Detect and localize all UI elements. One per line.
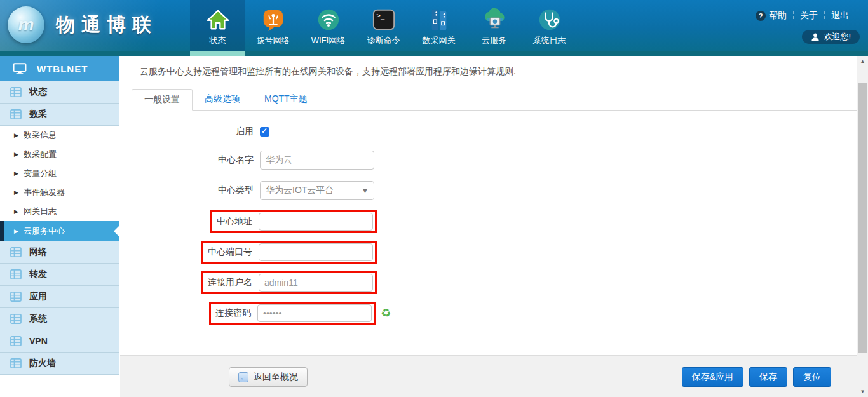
top-links: ?帮助 关于 退出 (749, 10, 855, 22)
sidebar-subitem-variable-group[interactable]: ▶变量分组 (0, 164, 119, 183)
sidebar-subitem-gateway-log[interactable]: ▶网关日志 (0, 202, 119, 221)
vertical-scrollbar[interactable]: ▲ ▼ (857, 56, 868, 397)
sidebar-subitem-label: 数采配置 (24, 149, 57, 160)
caret-right-icon: ▶ (14, 132, 18, 138)
sidebar-subitem-event-trigger[interactable]: ▶事件触发器 (0, 183, 119, 202)
center-type-row: 中心类型 华为云IOT云平台 ▼ (184, 181, 374, 200)
scroll-down-icon[interactable]: ▼ (857, 386, 868, 397)
help-link[interactable]: ?帮助 (749, 10, 793, 22)
enable-label: 启用 (184, 126, 254, 137)
nav-label: WIFI网络 (311, 35, 345, 46)
password-input[interactable] (257, 304, 372, 322)
center-address-row: 中心地址 (210, 210, 377, 233)
nav-label: 拨号网络 (257, 35, 290, 46)
brand-name: 物通博联 (56, 12, 158, 38)
sidebar-subitem-label: 事件触发器 (24, 187, 65, 198)
save-apply-button[interactable]: 保存&应用 (682, 367, 743, 387)
enable-row: 启用 (184, 126, 269, 137)
sidebar-subitem-label: 数采信息 (24, 130, 57, 141)
center-type-select[interactable]: 华为云IOT云平台 ▼ (260, 181, 374, 200)
welcome-button[interactable]: 欢迎您! (802, 30, 860, 44)
sidebar-item-application[interactable]: 应用 (0, 286, 119, 308)
terminal-icon: >_ (370, 6, 397, 33)
nav-daq-gateway[interactable]: 数采网关 (411, 0, 466, 51)
nav-diagnostic-command[interactable]: >_ 诊断命令 (356, 0, 411, 51)
active-nav-indicator (190, 51, 245, 56)
highlight-box: 连接用户名 (201, 271, 377, 294)
back-to-overview-button[interactable]: ← 返回至概况 (229, 367, 308, 387)
gateway-icon (426, 6, 452, 33)
sidebar-header: WTBLNET (0, 56, 119, 81)
sidebar-item-status[interactable]: 状态 (0, 81, 119, 104)
list-icon (10, 314, 22, 324)
center-address-input[interactable] (259, 213, 373, 231)
nav-status[interactable]: 状态 (190, 0, 245, 51)
save-button[interactable]: 保存 (749, 367, 787, 387)
center-port-input[interactable] (259, 243, 373, 261)
highlight-box: 中心地址 (210, 210, 377, 233)
sidebar-item-firewall[interactable]: 防火墙 (0, 353, 119, 375)
stethoscope-icon (536, 6, 563, 33)
username-input[interactable] (259, 274, 373, 292)
center-name-input[interactable] (260, 151, 374, 170)
password-row: 连接密码 ♻ (209, 302, 391, 325)
sidebar-item-system[interactable]: 系统 (0, 308, 119, 330)
nav-label: 状态 (210, 35, 226, 46)
sidebar-subitem-cloud-service-center[interactable]: ▶云服务中心 (0, 221, 119, 241)
user-icon (811, 32, 820, 41)
help-label: 帮助 (769, 10, 787, 22)
sidebar-subitem-label: 网关日志 (24, 206, 57, 217)
list-icon (10, 292, 22, 302)
username-row: 连接用户名 (201, 271, 377, 294)
logo-mark: m (18, 15, 34, 35)
cloud-service-icon (481, 6, 508, 33)
highlight-box: 中心端口号 (201, 241, 377, 264)
sidebar-item-forwarding[interactable]: 转发 (0, 264, 119, 286)
sidebar-item-label: 网络 (29, 246, 47, 258)
scrollbar-thumb[interactable] (858, 83, 867, 353)
scroll-up-icon[interactable]: ▲ (857, 56, 868, 67)
logout-link[interactable]: 退出 (825, 10, 855, 22)
chevron-down-icon: ▼ (362, 187, 369, 194)
nav-label: 系统日志 (533, 35, 566, 46)
sidebar-item-label: 状态 (29, 86, 47, 98)
reset-button[interactable]: 复位 (793, 367, 831, 387)
about-link[interactable]: 关于 (794, 10, 824, 22)
sidebar-subitem-label: 变量分组 (24, 168, 57, 179)
nav-system-log[interactable]: 系统日志 (522, 0, 577, 51)
enable-checkbox[interactable] (260, 127, 269, 137)
highlight-box: 连接密码 (209, 302, 376, 325)
wifi-icon (315, 6, 342, 33)
caret-right-icon: ▶ (14, 228, 18, 234)
tab-mqtt-topic[interactable]: MQTT主题 (252, 89, 320, 110)
active-notch (114, 226, 119, 236)
back-arrow-icon: ← (238, 372, 248, 382)
main-content: 云服务中心支持远程管理和监控所有的在线网关和设备，支持远程部署应用程序和边缘计算… (120, 56, 857, 397)
refresh-icon[interactable]: ♻ (381, 307, 391, 319)
device-name: WTBLNET (37, 64, 88, 74)
welcome-label: 欢迎您! (824, 31, 851, 43)
sidebar-item-daq[interactable]: 数采 (0, 104, 119, 126)
nav-cloud-service[interactable]: 云服务 (466, 0, 522, 51)
center-port-row: 中心端口号 (201, 241, 377, 264)
sidebar-subitem-daq-info[interactable]: ▶数采信息 (0, 126, 119, 145)
sidebar-item-label: 转发 (29, 269, 47, 280)
brand-logo: m 物通博联 (8, 6, 158, 43)
sidebar-item-network[interactable]: 网络 (0, 241, 119, 264)
nav-wifi-network[interactable]: WIFI网络 (301, 0, 356, 51)
action-buttons: 保存&应用 保存 复位 (676, 367, 831, 387)
form-footer: ← 返回至概况 保存&应用 保存 复位 (120, 355, 857, 397)
nav-dial-network[interactable]: 拨号网络 (245, 0, 301, 51)
caret-right-icon: ▶ (14, 208, 18, 215)
sidebar-item-vpn[interactable]: VPN (0, 330, 119, 353)
tab-advanced-options[interactable]: 高级选项 (193, 89, 252, 110)
center-address-label: 中心地址 (217, 216, 252, 227)
list-icon (10, 269, 22, 279)
list-icon (10, 247, 22, 257)
password-label: 连接密码 (215, 307, 251, 319)
sidebar-subitem-daq-config[interactable]: ▶数采配置 (0, 145, 119, 164)
tab-general-settings[interactable]: 一般设置 (132, 89, 193, 111)
center-type-value: 华为云IOT云平台 (266, 185, 334, 196)
nav-label: 诊断命令 (367, 35, 400, 46)
svg-text:>_: >_ (376, 11, 384, 20)
